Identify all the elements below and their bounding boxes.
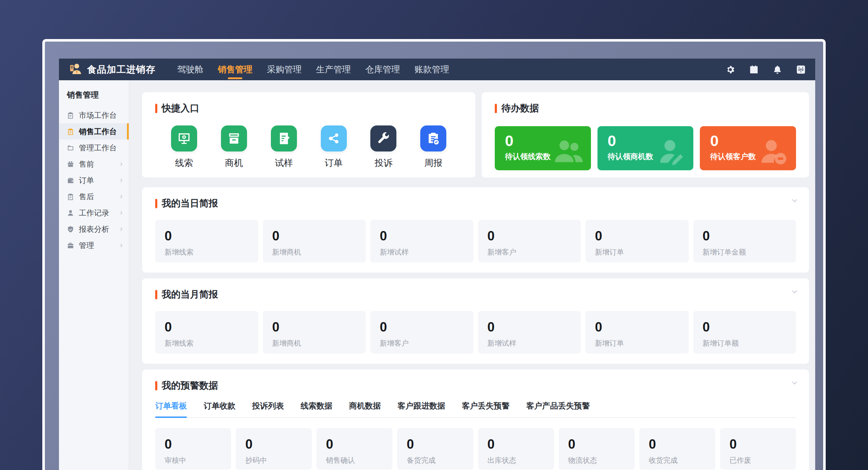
stat-card: 0新增试样 bbox=[478, 311, 581, 354]
sidebar-item-7[interactable]: 工作记录 bbox=[59, 205, 129, 221]
chevron-right-icon bbox=[119, 194, 124, 200]
stat-label: 新增客户 bbox=[380, 338, 473, 348]
stat-card: 0备货完成 bbox=[397, 428, 473, 470]
quick-entry-2[interactable]: 商机 bbox=[221, 125, 247, 169]
quick-entry-label: 商机 bbox=[225, 157, 243, 169]
chevron-right-icon bbox=[119, 243, 124, 248]
gear-icon[interactable] bbox=[726, 65, 735, 74]
nav-item-3[interactable]: 采购管理 bbox=[265, 59, 303, 80]
stat-value: 0 bbox=[165, 228, 258, 244]
top-navbar: 食品加工进销存 驾驶舱销售管理采购管理生产管理仓库管理账款管理 bbox=[59, 59, 815, 80]
quick-entry-label: 试样 bbox=[275, 157, 293, 169]
warning-tabs: 订单看板订单收款投诉列表线索数据商机数据客户跟进数据客户丢失预警客户产品丢失预警 bbox=[155, 401, 796, 418]
clipboard-icon bbox=[67, 193, 74, 200]
quick-entry-4[interactable]: 订单 bbox=[321, 125, 347, 169]
bell-icon[interactable] bbox=[773, 65, 782, 74]
stat-label: 新增订单额 bbox=[703, 338, 796, 348]
nav-item-5[interactable]: 仓库管理 bbox=[364, 59, 401, 80]
nav-item-6[interactable]: 账款管理 bbox=[413, 59, 451, 80]
warning-tab-4[interactable]: 线索数据 bbox=[301, 401, 332, 417]
clipboard-icon bbox=[67, 112, 74, 119]
nav-item-1[interactable]: 驾驶舱 bbox=[176, 59, 205, 80]
todo-card-1[interactable]: 0待认领线索数 bbox=[495, 126, 591, 170]
sidebar-item-2[interactable]: 销售工作台 bbox=[59, 123, 129, 140]
stat-label: 新增订单 bbox=[595, 247, 689, 257]
quick-entry-5[interactable]: 投诉 bbox=[370, 125, 396, 169]
stat-card: 0新增订单 bbox=[586, 220, 689, 262]
stat-value: 0 bbox=[380, 320, 473, 335]
stat-label: 新增线索 bbox=[165, 338, 258, 348]
warning-tab-3[interactable]: 投诉列表 bbox=[252, 401, 284, 417]
stat-label: 出库状态 bbox=[488, 456, 554, 465]
todo-card-3[interactable]: 0待认领客户数 bbox=[700, 126, 796, 170]
stat-value: 0 bbox=[407, 437, 473, 452]
chevron-right-icon bbox=[119, 161, 124, 167]
sidebar-item-label: 报表分析 bbox=[79, 224, 109, 234]
sidebar-item-label: 订单 bbox=[79, 175, 94, 185]
sidebar-item-3[interactable]: 管理工作台 bbox=[59, 140, 129, 156]
stat-card: 0新增客户 bbox=[478, 220, 581, 262]
stat-card: 0新增订单 bbox=[586, 311, 689, 354]
sidebar-item-8[interactable]: 报表分析 bbox=[59, 221, 129, 237]
quick-entry-label: 线索 bbox=[175, 157, 193, 169]
shield-icon bbox=[67, 226, 74, 233]
stat-value: 0 bbox=[272, 320, 366, 335]
warning-tab-1[interactable]: 订单看板 bbox=[155, 401, 187, 417]
share-nodes-icon bbox=[321, 125, 347, 151]
warning-tab-7[interactable]: 客户丢失预警 bbox=[462, 401, 510, 417]
clipboard-icon bbox=[67, 128, 74, 135]
sidebar-item-6[interactable]: 售后 bbox=[59, 188, 129, 205]
stat-label: 销售确认 bbox=[326, 456, 392, 465]
chevron-down-icon[interactable] bbox=[790, 197, 799, 205]
stat-label: 新增订单金额 bbox=[703, 247, 796, 257]
stat-card: 0新增订单金额 bbox=[693, 220, 796, 262]
stat-card: 0出库状态 bbox=[478, 428, 554, 470]
window-frame: 食品加工进销存 驾驶舱销售管理采购管理生产管理仓库管理账款管理 销售管理 市场工… bbox=[42, 39, 826, 470]
chevron-down-icon[interactable] bbox=[790, 288, 799, 296]
warning-tab-5[interactable]: 商机数据 bbox=[349, 401, 381, 417]
warning-stats: 0审核中0抄码中0销售确认0备货完成0出库状态0物流状态0收货完成0已作废 bbox=[155, 428, 796, 470]
quick-entry-3[interactable]: 试样 bbox=[271, 125, 297, 169]
stat-value: 0 bbox=[380, 228, 473, 244]
stat-value: 0 bbox=[165, 437, 231, 452]
quick-entry-6[interactable]: 周报 bbox=[420, 125, 446, 169]
chevron-down-icon[interactable] bbox=[790, 379, 799, 388]
main-content: 快捷入口 线索商机试样订单投诉周报 待办数据 0待认领线索数0待认领商机数0待认… bbox=[129, 80, 815, 470]
gift-icon bbox=[67, 161, 74, 168]
sidebar-item-1[interactable]: 市场工作台 bbox=[59, 107, 129, 123]
stat-card: 0新增线索 bbox=[155, 220, 258, 262]
stat-card: 0新增线索 bbox=[155, 311, 258, 354]
sidebar-item-9[interactable]: 管理 bbox=[59, 237, 129, 253]
stat-label: 已作废 bbox=[729, 456, 796, 465]
sidebar-item-label: 售前 bbox=[79, 159, 94, 169]
navbar-actions bbox=[726, 65, 806, 74]
stat-card: 0新增订单额 bbox=[693, 311, 796, 354]
warning-tab-6[interactable]: 客户跟进数据 bbox=[397, 401, 445, 417]
sidebar-item-4[interactable]: 售前 bbox=[59, 156, 129, 172]
folder-icon bbox=[67, 144, 74, 151]
todo-data-card: 待办数据 0待认领线索数0待认领商机数0待认领客户数 bbox=[482, 92, 809, 178]
stat-card: 0新增商机 bbox=[263, 311, 366, 354]
quick-entry-1[interactable]: 线索 bbox=[171, 125, 197, 169]
stat-card: 0已作废 bbox=[720, 428, 796, 470]
main-nav-menu: 驾驶舱销售管理采购管理生产管理仓库管理账款管理 bbox=[176, 59, 451, 80]
window-backdrop: 食品加工进销存 驾驶舱销售管理采购管理生产管理仓库管理账款管理 销售管理 市场工… bbox=[45, 42, 823, 470]
quick-entry-label: 订单 bbox=[325, 157, 343, 169]
nav-item-4[interactable]: 生产管理 bbox=[315, 59, 352, 80]
sidebar-item-5[interactable]: 订单 bbox=[59, 172, 129, 188]
todo-card-2[interactable]: 0待认领商机数 bbox=[597, 126, 694, 170]
stat-label: 收货完成 bbox=[649, 456, 715, 465]
calendar-schedule-icon[interactable] bbox=[749, 65, 759, 74]
sidebar-item-label: 销售工作台 bbox=[79, 127, 117, 137]
stat-card: 0新增商机 bbox=[263, 220, 366, 262]
user-minus-icon bbox=[758, 136, 789, 167]
sidebar: 销售管理 市场工作台销售工作台管理工作台售前订单售后工作记录报表分析管理 bbox=[59, 80, 129, 470]
stat-value: 0 bbox=[703, 320, 796, 335]
sidebar-menu: 市场工作台销售工作台管理工作台售前订单售后工作记录报表分析管理 bbox=[59, 107, 129, 253]
sidebar-item-label: 工作记录 bbox=[79, 208, 109, 218]
warning-tab-2[interactable]: 订单收款 bbox=[204, 401, 235, 417]
sliders-icon[interactable] bbox=[796, 65, 806, 74]
warning-tab-8[interactable]: 客户产品丢失预警 bbox=[526, 401, 590, 417]
nav-item-2[interactable]: 销售管理 bbox=[216, 59, 254, 80]
wallet-icon bbox=[67, 177, 74, 184]
